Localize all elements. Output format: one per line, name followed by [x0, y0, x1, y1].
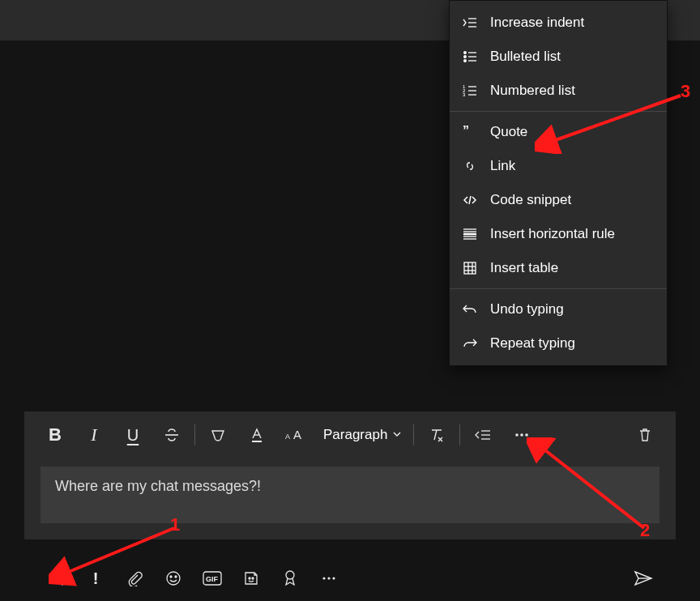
message-input[interactable]: Where are my chat messages?!: [41, 467, 659, 523]
menu-item-label: Insert horizontal rule: [490, 226, 615, 242]
strikethrough-button[interactable]: [152, 419, 191, 451]
link-icon: [461, 159, 479, 173]
praise-button[interactable]: [280, 569, 300, 588]
emoji-button[interactable]: [164, 569, 183, 588]
svg-text:3: 3: [463, 92, 466, 97]
toolbar-separator: [194, 424, 195, 445]
svg-point-3: [464, 52, 467, 54]
compose-actions-bar: ! GIF: [24, 562, 676, 595]
horizontal-rule-icon: [461, 227, 479, 241]
svg-point-39: [167, 572, 180, 585]
menu-item-code-snippet[interactable]: Code snippet: [450, 183, 667, 217]
menu-item-label: Increase indent: [490, 15, 584, 31]
more-options-button[interactable]: [502, 419, 541, 451]
font-size-button[interactable]: AA: [276, 419, 315, 451]
svg-point-5: [464, 56, 467, 58]
gif-button[interactable]: GIF: [203, 569, 222, 588]
svg-point-35: [516, 433, 519, 437]
menu-item-redo[interactable]: Repeat typing: [450, 326, 667, 360]
svg-point-40: [170, 576, 172, 578]
menu-item-label: Repeat typing: [490, 335, 575, 352]
redo-icon: [461, 336, 479, 351]
menu-item-label: Bulleted list: [490, 49, 561, 65]
delete-button[interactable]: [625, 419, 664, 451]
svg-point-47: [322, 577, 325, 579]
svg-point-41: [175, 576, 177, 578]
highlight-button[interactable]: [198, 419, 237, 451]
sticker-button[interactable]: [241, 569, 261, 588]
more-actions-button[interactable]: [319, 569, 339, 588]
svg-line-16: [469, 196, 471, 204]
bold-button[interactable]: B: [36, 419, 75, 451]
attach-button[interactable]: [125, 569, 144, 588]
more-options-menu: Increase indent Bulleted list 1 2 3 Numb…: [449, 0, 668, 366]
table-icon: [461, 261, 479, 275]
message-text: Where are my chat messages?!: [55, 478, 261, 494]
menu-item-numbered-list[interactable]: 1 2 3 Numbered list: [450, 74, 667, 108]
clear-formatting-button[interactable]: [417, 419, 456, 451]
priority-button[interactable]: !: [86, 569, 105, 588]
svg-rect-22: [464, 262, 476, 274]
code-icon: [461, 193, 479, 207]
svg-point-49: [332, 577, 335, 579]
svg-point-46: [286, 571, 294, 579]
menu-item-bulleted-list[interactable]: Bulleted list: [450, 40, 667, 74]
format-toggle-button[interactable]: [47, 569, 66, 588]
menu-item-label: Link: [490, 158, 515, 174]
underline-button[interactable]: U: [113, 419, 152, 451]
menu-item-increase-indent[interactable]: Increase indent: [450, 6, 667, 40]
send-button[interactable]: [634, 569, 653, 588]
menu-item-label: Code snippet: [490, 192, 571, 208]
menu-separator: [450, 288, 667, 289]
svg-text:A: A: [285, 433, 290, 441]
paragraph-style-dropdown[interactable]: Paragraph: [315, 419, 410, 451]
font-color-button[interactable]: [237, 419, 276, 451]
svg-point-48: [327, 577, 330, 579]
menu-item-label: Quote: [490, 124, 527, 140]
svg-point-45: [252, 578, 254, 579]
svg-point-36: [521, 433, 524, 437]
menu-item-label: Undo typing: [490, 301, 564, 318]
menu-item-insert-table[interactable]: Insert table: [450, 251, 667, 285]
numbered-list-icon: 1 2 3: [461, 83, 479, 98]
svg-point-44: [249, 578, 250, 579]
toolbar-separator: [459, 424, 460, 445]
menu-item-horizontal-rule[interactable]: Insert horizontal rule: [450, 217, 667, 251]
svg-text:GIF: GIF: [206, 575, 219, 583]
decrease-indent-button[interactable]: [463, 419, 502, 451]
undo-icon: [461, 302, 479, 317]
menu-separator: [450, 111, 667, 112]
menu-item-label: Insert table: [490, 260, 558, 276]
svg-point-37: [526, 433, 529, 437]
compose-box: B I U AA Paragraph: [24, 411, 676, 539]
svg-text:”: ”: [463, 125, 469, 138]
chevron-down-icon: [392, 427, 402, 443]
paragraph-label: Paragraph: [323, 427, 387, 443]
increase-indent-icon: [461, 15, 479, 30]
annotation-label-3: 3: [681, 81, 690, 101]
italic-button[interactable]: I: [75, 419, 113, 451]
menu-item-link[interactable]: Link: [450, 149, 667, 183]
svg-text:A: A: [293, 428, 301, 441]
toolbar-separator: [413, 424, 414, 445]
menu-item-undo[interactable]: Undo typing: [450, 292, 667, 326]
format-toolbar: B I U AA Paragraph: [24, 415, 676, 455]
bulleted-list-icon: [461, 49, 479, 64]
menu-item-quote[interactable]: ” Quote: [450, 115, 667, 149]
menu-item-label: Numbered list: [490, 83, 575, 99]
quote-icon: ”: [461, 125, 479, 139]
svg-point-7: [464, 60, 467, 62]
